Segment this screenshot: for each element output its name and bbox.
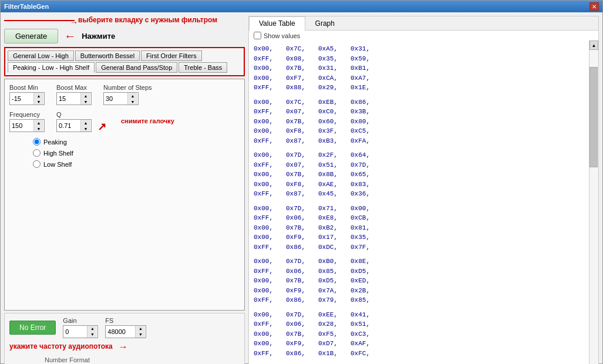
tab-value-table[interactable]: Value Table	[249, 16, 305, 31]
hex-value: 0x8E,	[351, 257, 383, 267]
table-row: 0xFF,0x06,0xE8,0xCB,	[254, 213, 584, 223]
hex-value: 0x85,	[351, 295, 383, 305]
hex-value: 0xFF,	[254, 213, 286, 223]
hex-value: 0xF9,	[286, 339, 318, 349]
fs-input[interactable]	[106, 328, 135, 336]
num-steps-input[interactable]	[104, 95, 127, 103]
table-row: 0xFF,0x87,0xB3,0xFA,	[254, 136, 584, 146]
hex-value: 0x2F,	[318, 150, 351, 160]
gain-up[interactable]: ▲	[87, 326, 97, 332]
radio-peaking-input[interactable]	[33, 138, 41, 146]
num-steps-spinbox[interactable]: ▲ ▼	[103, 92, 139, 105]
hex-value: 0xEE,	[318, 310, 351, 320]
frequency-up[interactable]: ▲	[34, 120, 43, 126]
table-row: 0x00,0x7C,0xEB,0x86,	[254, 97, 584, 107]
hex-value: 0x7B,	[286, 223, 318, 233]
hex-value: 0x06,	[286, 213, 318, 223]
generate-button[interactable]: Generate	[4, 29, 58, 43]
gain-input[interactable]	[63, 328, 87, 336]
title-bar: FilterTableGen ✕	[1, 1, 602, 12]
hex-value: 0xFF,	[254, 349, 286, 359]
radio-high-shelf-input[interactable]	[33, 149, 41, 157]
hex-value: 0x06,	[286, 319, 318, 329]
scroll-track	[589, 50, 598, 364]
scroll-thumb[interactable]	[589, 67, 598, 168]
gain-btns: ▲ ▼	[87, 326, 97, 338]
close-button[interactable]: ✕	[589, 2, 599, 11]
q-input[interactable]	[57, 122, 80, 130]
hex-value: 0xB1,	[351, 63, 383, 73]
hex-value: 0x86,	[286, 242, 318, 252]
boost-min-spinbox[interactable]: ▲ ▼	[9, 92, 45, 105]
hex-value: 0xC3,	[351, 329, 383, 339]
hex-value: 0xD7,	[318, 339, 351, 349]
table-row: 0x00,0xF7,0xCA,0xA7,	[254, 73, 584, 83]
radio-low-shelf[interactable]: Low Shelf	[33, 160, 240, 168]
boost-min-input[interactable]	[10, 95, 33, 103]
tab-graph[interactable]: Graph	[305, 16, 345, 30]
boost-max-up[interactable]: ▲	[81, 93, 90, 99]
gain-down[interactable]: ▼	[87, 332, 97, 338]
tab-band-pass[interactable]: General Band Pass/Stop	[96, 62, 177, 73]
q-spinbox[interactable]: ▲ ▼	[56, 119, 92, 132]
show-values-checkbox[interactable]	[254, 32, 261, 39]
table-row: 0x00,0xF9,0x17,0x35,	[254, 232, 584, 242]
hex-value: 0xFF,	[254, 295, 286, 305]
boost-min-btns: ▲ ▼	[33, 93, 43, 105]
hex-value: 0xFF,	[254, 319, 286, 329]
scrollbar[interactable]: ▲ ▼	[589, 41, 598, 364]
hex-value: 0xE8,	[318, 213, 351, 223]
tab-butterworth[interactable]: Butterworth Bessel	[75, 50, 140, 61]
radio-low-shelf-input[interactable]	[33, 160, 41, 168]
tab-general-low-high[interactable]: General Low - High	[8, 50, 74, 61]
boost-min-up[interactable]: ▲	[34, 93, 43, 99]
boost-min-down[interactable]: ▼	[34, 99, 43, 105]
q-down[interactable]: ▼	[81, 126, 90, 132]
num-steps-down[interactable]: ▼	[128, 99, 137, 105]
radio-high-shelf[interactable]: High Shelf	[33, 149, 240, 157]
boost-max-spinbox[interactable]: ▲ ▼	[56, 92, 92, 105]
table-row: 0xFF,0x87,0x45,0x36,	[254, 189, 584, 199]
hex-value: 0xC5,	[351, 126, 383, 136]
frequency-input[interactable]	[10, 122, 33, 130]
frequency-down[interactable]: ▼	[34, 126, 43, 132]
hex-table: 0x00,0x7C,0xA5,0x31,0xFF,0x08,0x35,0x59,…	[249, 41, 589, 364]
left-panel: → выберите вкладку с нужным фильтром Gen…	[4, 16, 245, 364]
hex-value: 0x35,	[351, 232, 383, 242]
tab-first-order[interactable]: First Order Filters	[141, 50, 202, 61]
show-values-row: Show values	[249, 31, 598, 41]
fs-up[interactable]: ▲	[136, 326, 145, 332]
no-error-button[interactable]: No Error	[9, 321, 56, 335]
boost-max-down[interactable]: ▼	[81, 99, 90, 105]
hex-value: 0x7C,	[286, 44, 318, 54]
hex-value: 0xA5,	[318, 44, 351, 54]
hex-value: 0x7B,	[286, 117, 318, 127]
annotation-filter: выберите вкладку с нужным фильтром	[78, 16, 217, 24]
hex-value: 0x31,	[351, 44, 383, 54]
num-steps-up[interactable]: ▲	[128, 93, 137, 99]
filter-tabs-row2: Peaking - Low - High Shelf General Band …	[8, 62, 241, 73]
tab-treble-bass[interactable]: Treble - Bass	[178, 62, 227, 73]
fs-btns: ▲ ▼	[135, 326, 145, 338]
hex-value: 0x07,	[286, 107, 318, 117]
boost-max-input[interactable]	[57, 95, 80, 103]
hex-value: 0xFF,	[254, 107, 286, 117]
gain-spinbox[interactable]: ▲ ▼	[63, 325, 98, 338]
radio-high-shelf-label: High Shelf	[43, 150, 73, 157]
hex-value: 0xDC,	[318, 242, 351, 252]
hex-value: 0xAE,	[318, 180, 351, 190]
hex-value: 0xB3,	[318, 136, 351, 146]
fs-down[interactable]: ▼	[136, 332, 145, 338]
hex-value: 0xB0,	[318, 257, 351, 267]
radio-peaking[interactable]: Peaking	[33, 138, 240, 146]
tab-peaking[interactable]: Peaking - Low - High Shelf	[8, 62, 95, 73]
hex-value: 0xFF,	[254, 189, 286, 199]
hex-value: 0xFF,	[254, 54, 286, 64]
frequency-spinbox[interactable]: ▲ ▼	[9, 119, 45, 132]
fs-spinbox[interactable]: ▲ ▼	[105, 325, 146, 338]
q-up[interactable]: ▲	[81, 120, 90, 126]
hex-value: 0x1B,	[318, 349, 351, 359]
scroll-up[interactable]: ▲	[589, 41, 598, 50]
hex-value: 0x85,	[318, 267, 351, 277]
gain-group: Gain ▲ ▼	[63, 317, 98, 338]
